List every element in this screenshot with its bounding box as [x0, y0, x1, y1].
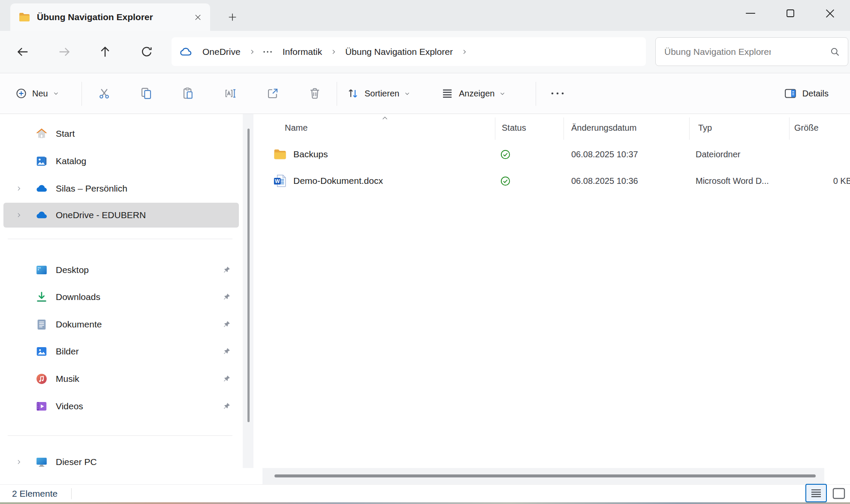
sidebar-item-start[interactable]: Start	[3, 121, 239, 146]
chevron-right-icon[interactable]	[247, 49, 257, 55]
sort-button[interactable]: Sortieren	[344, 84, 413, 103]
explorer-tab[interactable]: Übung Navigation Explorer	[10, 3, 210, 31]
expand-chevron-icon[interactable]	[15, 459, 23, 465]
toolbar-divider	[337, 82, 337, 106]
maximize-button[interactable]	[770, 0, 810, 27]
expand-chevron-icon[interactable]	[15, 186, 23, 192]
share-button[interactable]	[262, 83, 283, 104]
tab-close-button[interactable]	[190, 10, 205, 24]
up-button[interactable]	[96, 42, 115, 61]
column-divider[interactable]	[564, 117, 564, 140]
sort-ascending-caret-icon	[382, 116, 388, 120]
onedrive-cloud-icon	[35, 208, 49, 222]
tab-bar: Übung Navigation Explorer	[0, 0, 850, 31]
file-type: Dateiordner	[696, 141, 741, 167]
column-header-size[interactable]: Größe	[794, 114, 819, 141]
sync-status-icon	[500, 141, 511, 167]
paste-icon	[182, 87, 195, 100]
details-pane-label: Details	[802, 89, 829, 99]
close-button[interactable]	[810, 0, 850, 27]
column-header-name[interactable]: Name	[285, 114, 307, 141]
pin-icon	[222, 265, 231, 275]
new-button[interactable]: Neu	[13, 84, 61, 103]
pin-icon	[222, 374, 231, 384]
sidebar-item-silas-persoenlich[interactable]: Silas – Persönlich	[3, 176, 239, 201]
sidebar-item-desktop[interactable]: Desktop	[3, 258, 239, 282]
pin-icon	[222, 402, 231, 411]
breadcrumb-overflow-icon[interactable]	[259, 50, 276, 54]
column-header-status[interactable]: Status	[502, 114, 526, 141]
copy-icon	[140, 87, 153, 100]
paste-button[interactable]	[178, 83, 199, 104]
copy-button[interactable]	[136, 83, 157, 104]
details-pane-button[interactable]: Details	[781, 84, 831, 103]
column-divider[interactable]	[689, 117, 690, 140]
sidebar-item-label: Dieser PC	[56, 457, 97, 467]
window-controls	[730, 0, 850, 27]
back-button[interactable]	[13, 42, 32, 61]
plus-icon	[228, 12, 237, 22]
column-divider[interactable]	[495, 117, 495, 140]
breadcrumb-item-current[interactable]: Übung Navigation Explorer	[341, 44, 457, 60]
file-row-backups[interactable]: Backups 06.08.2025 10:37 Dateiordner	[264, 141, 850, 167]
sidebar-item-label: OneDrive - EDUBERN	[56, 210, 146, 220]
details-view-toggle-button[interactable]	[805, 484, 827, 502]
sidebar-item-musik[interactable]: Musik	[3, 366, 239, 391]
sidebar-item-katalog[interactable]: Katalog	[3, 149, 239, 174]
new-button-label: Neu	[32, 89, 48, 99]
pin-icon	[222, 320, 231, 329]
search-input[interactable]	[656, 47, 771, 57]
minimize-button[interactable]	[730, 0, 770, 27]
onedrive-cloud-icon	[35, 182, 49, 195]
refresh-button[interactable]	[137, 42, 156, 61]
minimize-icon	[745, 8, 756, 19]
desktop-icon	[35, 263, 49, 277]
folder-icon	[18, 11, 31, 24]
chevron-down-icon	[404, 91, 410, 96]
file-name: Demo-Dokument.docx	[293, 168, 383, 194]
breadcrumb: OneDrive Informatik Übung Navigation Exp…	[172, 37, 646, 66]
horizontal-scrollbar-thumb[interactable]	[274, 474, 816, 477]
breadcrumb-item-onedrive[interactable]: OneDrive	[198, 44, 245, 60]
forward-button[interactable]	[55, 42, 74, 61]
list-lines-icon	[441, 87, 454, 100]
sidebar-item-videos[interactable]: Videos	[3, 394, 239, 419]
refresh-icon	[140, 45, 153, 58]
close-icon	[194, 14, 202, 21]
sidebar-item-dokumente[interactable]: Dokumente	[3, 312, 239, 337]
document-icon	[35, 318, 49, 331]
file-row-demo-dokument[interactable]: W Demo-Dokument.docx 06.08.2025 10:36 Mi…	[264, 168, 850, 194]
cut-button[interactable]	[94, 83, 115, 104]
sidebar-item-dieser-pc[interactable]: Dieser PC	[3, 450, 239, 474]
sidebar-scrollbar-thumb[interactable]	[247, 129, 250, 422]
new-tab-button[interactable]	[225, 9, 240, 25]
chevron-right-icon[interactable]	[329, 49, 338, 55]
column-header-modified[interactable]: Änderungsdatum	[571, 114, 636, 141]
column-divider[interactable]	[789, 117, 790, 140]
svg-text:W: W	[275, 178, 280, 184]
sort-icon	[347, 87, 359, 100]
breadcrumb-item-informatik[interactable]: Informatik	[278, 44, 326, 60]
sidebar-scrollbar-track[interactable]	[243, 114, 253, 468]
view-button[interactable]: Anzeigen	[438, 84, 508, 103]
horizontal-scrollbar-track[interactable]	[262, 468, 824, 484]
sidebar-item-label: Desktop	[56, 265, 89, 275]
file-size: 0 KB	[833, 168, 850, 194]
rename-button[interactable]	[220, 83, 241, 104]
column-header-type[interactable]: Typ	[698, 114, 712, 141]
more-options-button[interactable]	[546, 83, 570, 104]
expand-chevron-icon[interactable]	[15, 212, 23, 218]
status-bar: 2 Elemente	[0, 484, 850, 502]
chevron-right-icon[interactable]	[460, 49, 469, 55]
search-icon[interactable]	[830, 47, 840, 57]
share-icon	[266, 87, 279, 100]
large-icons-view-toggle-button[interactable]	[832, 487, 846, 499]
delete-button[interactable]	[304, 83, 325, 104]
word-document-icon: W	[273, 168, 287, 194]
sidebar-item-bilder[interactable]: Bilder	[3, 339, 239, 364]
pin-icon	[222, 347, 231, 356]
sidebar-item-downloads[interactable]: Downloads	[3, 285, 239, 309]
ellipsis-icon	[550, 91, 565, 96]
sidebar-item-onedrive-edubern[interactable]: OneDrive - EDUBERN	[3, 203, 239, 228]
download-icon	[35, 290, 49, 304]
